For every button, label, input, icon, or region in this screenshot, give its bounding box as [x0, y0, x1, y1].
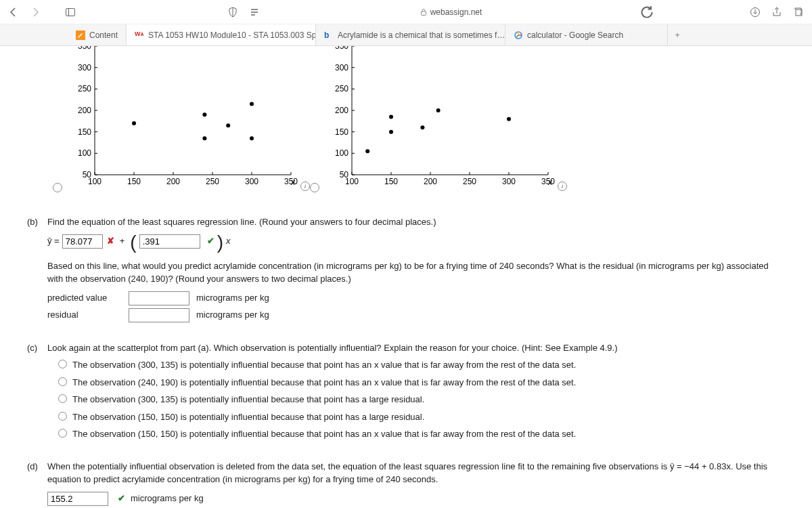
option-text: The observation (300, 135) is potentiall…	[72, 393, 424, 406]
tab-label: STA 1053 HW10 Module10 - STA 1053.003 Sp…	[148, 30, 316, 40]
svg-text:250: 250	[463, 177, 476, 186]
residual-label: residual	[47, 308, 122, 322]
svg-text:300: 300	[335, 63, 348, 72]
radio-icon	[58, 377, 67, 386]
svg-point-42	[250, 136, 254, 140]
reload-button[interactable]	[639, 4, 655, 20]
svg-text:250: 250	[78, 84, 91, 93]
slope-input[interactable]	[139, 234, 200, 249]
svg-point-74	[389, 115, 393, 119]
tabs-button[interactable]	[790, 4, 807, 20]
svg-point-40	[202, 112, 206, 117]
page-content: 50100150200250300350 100150200250300350 …	[0, 46, 812, 508]
predicted-value-input[interactable]	[129, 291, 189, 305]
x-var: x	[226, 234, 231, 248]
new-tab-button[interactable]: +	[668, 24, 687, 45]
svg-text:100: 100	[78, 148, 91, 158]
svg-text:300: 300	[502, 177, 516, 186]
plot-radio-2[interactable]	[310, 183, 319, 192]
forward-button[interactable]	[27, 4, 43, 20]
text-size-button[interactable]	[246, 4, 263, 20]
radio-option[interactable]: The observation (150, 150) is potentiall…	[58, 410, 785, 424]
radio-icon	[58, 429, 67, 438]
svg-point-73	[365, 149, 369, 153]
svg-text:100: 100	[335, 148, 348, 158]
google-icon	[514, 30, 523, 40]
intercept-input[interactable]	[62, 234, 103, 249]
svg-text:350: 350	[78, 46, 91, 51]
option-text: The observation (240, 190) is potentiall…	[72, 376, 576, 389]
svg-text:100: 100	[345, 177, 359, 186]
svg-text:x: x	[290, 177, 296, 187]
option-text: The observation (150, 150) is potentiall…	[72, 427, 576, 441]
scatter-plot-1: 50100150200250300350 100150200250300350 …	[68, 46, 298, 188]
svg-text:350: 350	[335, 46, 348, 51]
svg-point-78	[389, 130, 393, 134]
tab-google[interactable]: calculator - Google Search	[505, 24, 668, 45]
sidebar-button[interactable]	[62, 4, 78, 20]
tab-bartleby[interactable]: b Acrylamide is a chemical that is somet…	[316, 24, 505, 45]
address-text: webassign.net	[430, 7, 482, 17]
svg-text:x: x	[547, 177, 553, 187]
share-button[interactable]	[769, 4, 785, 20]
question-label-c: (c)	[27, 341, 42, 454]
residual-input[interactable]	[129, 308, 189, 322]
regression-equation: ŷ = ✘ + ( ✔ ) x	[47, 234, 785, 249]
wrong-icon: ✘	[107, 234, 114, 248]
svg-text:300: 300	[78, 63, 91, 72]
svg-point-77	[507, 117, 511, 121]
predicted-value-label: predicted value	[47, 291, 122, 305]
svg-point-75	[420, 125, 424, 129]
svg-text:150: 150	[384, 177, 398, 186]
yhat-label: ŷ =	[47, 234, 60, 248]
svg-text:200: 200	[424, 177, 437, 186]
svg-point-76	[436, 108, 441, 112]
tab-content[interactable]: Content	[68, 24, 127, 45]
svg-text:200: 200	[335, 106, 348, 115]
tab-bar: Content WA STA 1053 HW10 Module10 - STA …	[0, 24, 812, 46]
svg-text:250: 250	[206, 177, 219, 186]
b-sub-inputs: predicted value micrograms per kg residu…	[47, 291, 785, 322]
question-c: (c) Look again at the scatterplot from p…	[27, 341, 785, 454]
correct-icon: ✔	[207, 234, 215, 248]
radio-icon	[58, 394, 67, 403]
question-label-b: (b)	[27, 215, 42, 336]
part-d-input[interactable]	[47, 492, 108, 506]
radio-option[interactable]: The observation (300, 135) is potentiall…	[58, 393, 785, 406]
b-icon: b	[324, 30, 334, 40]
tab-label: Acrylamide is a chemical that is sometim…	[338, 30, 505, 40]
svg-text:150: 150	[127, 177, 141, 186]
scatter-plots-row: 50100150200250300350 100150200250300350 …	[68, 46, 785, 188]
correct-icon: ✔	[118, 492, 125, 505]
back-button[interactable]	[5, 4, 22, 20]
plot-radio-1[interactable]	[53, 183, 62, 192]
svg-text:150: 150	[78, 127, 91, 137]
radio-option[interactable]: The observation (240, 190) is potentiall…	[58, 376, 785, 389]
svg-point-41	[226, 123, 230, 127]
browser-toolbar: webassign.net	[0, 0, 812, 24]
tab-webassign[interactable]: WA STA 1053 HW10 Module10 - STA 1053.003…	[127, 24, 316, 45]
radio-option[interactable]: The observation (300, 135) is potentiall…	[58, 358, 785, 372]
radio-icon	[58, 412, 67, 421]
info-icon[interactable]: i	[558, 182, 567, 191]
question-d: (d) When the potentially influential obs…	[27, 460, 785, 509]
download-button[interactable]	[747, 4, 763, 20]
scatter-plot-2: 50100150200250300350 100150200250300350 …	[325, 46, 555, 188]
svg-point-39	[202, 136, 206, 140]
lock-icon	[420, 8, 428, 16]
radio-icon	[58, 360, 67, 368]
svg-point-38	[132, 121, 136, 125]
wa-icon: WA	[135, 30, 144, 40]
address-bar[interactable]: webassign.net	[268, 7, 633, 17]
tab-label: Content	[89, 30, 118, 40]
svg-text:200: 200	[78, 106, 91, 115]
shield-icon[interactable]	[225, 4, 241, 20]
svg-text:200: 200	[166, 177, 180, 186]
question-c-prompt: Look again at the scatterplot from part …	[47, 341, 785, 355]
question-d-prompt: When the potentially influential observa…	[47, 460, 785, 486]
info-icon[interactable]: i	[300, 182, 310, 191]
svg-point-43	[250, 102, 254, 106]
unit-label: micrograms per kg	[196, 308, 269, 322]
radio-option[interactable]: The observation (150, 150) is potentiall…	[58, 427, 785, 441]
unit-label: micrograms per kg	[196, 291, 269, 305]
